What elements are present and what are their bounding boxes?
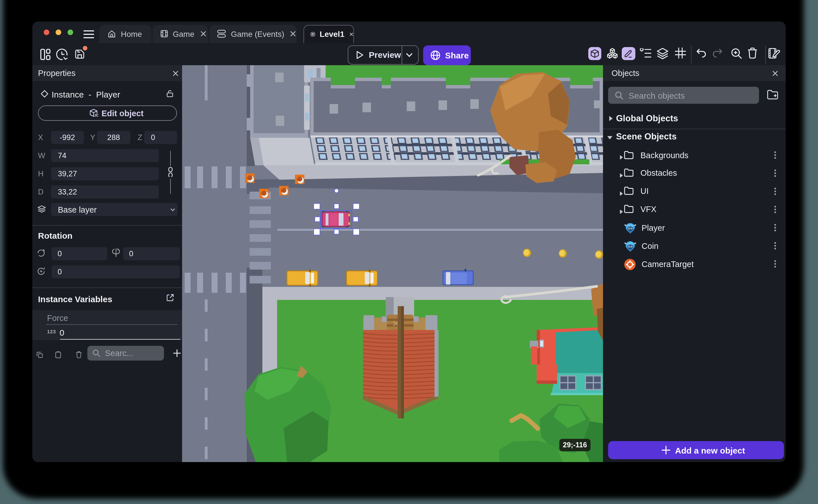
svg-text:29;-116: 29;-116	[563, 441, 587, 449]
svg-text:3D: 3D	[94, 113, 98, 117]
